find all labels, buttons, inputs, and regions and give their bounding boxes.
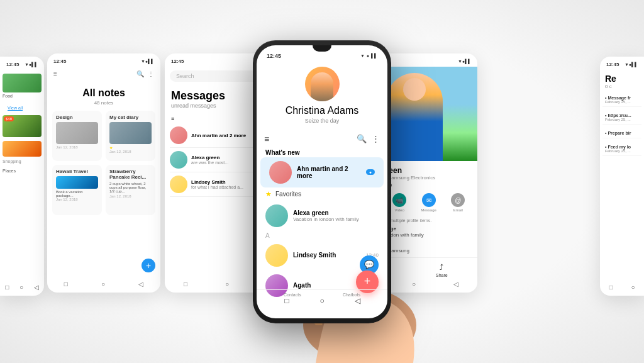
nav-recents-main[interactable]: □ (280, 294, 293, 307)
notes-title: All notes (47, 81, 160, 100)
main-menu-icon[interactable]: ≡ (264, 134, 269, 144)
notes-search-icon[interactable]: 🔍 (136, 70, 144, 77)
nav-home-profile[interactable]: ○ (412, 281, 416, 288)
msg-avatar-1 (269, 161, 292, 184)
view-all-button[interactable]: View all (5, 104, 25, 111)
nav-home-notes[interactable]: ○ (101, 281, 105, 288)
favorites-row: ★ Favorites (257, 187, 387, 201)
section-letter-a: A (257, 231, 387, 240)
notes-fab[interactable]: + (142, 259, 155, 272)
star-icon: ★ (265, 190, 272, 198)
phone-screen: 12:45 ▼ ● ▌▌ Christina Adams Seize the d… (257, 45, 387, 318)
fr-item-3: • Prepare bir (602, 128, 641, 138)
main-phone: 12:45 ▼ ● ▌▌ Christina Adams Seize the d… (253, 40, 391, 323)
nav-back-notes[interactable]: ◁ (138, 281, 143, 288)
note-pancake[interactable]: Strawberry Pancake Reci... 2 cups white … (106, 165, 155, 215)
nav-recents-msg-left[interactable]: □ (184, 281, 187, 288)
nav-recents-notes[interactable]: □ (64, 281, 68, 288)
msg-avatar-3 (265, 244, 288, 267)
main-msg-1[interactable]: Ahn martin and 2 more ● (260, 157, 384, 187)
card-far-left: 12:45 ▼●▌▌ Food View all $48 Shopping Pl… (0, 57, 44, 296)
main-search-icon[interactable]: 🔍 (357, 134, 367, 143)
notes-menu-icon[interactable]: ≡ (53, 70, 57, 77)
far-right-title: Re (600, 70, 644, 84)
nav-home-msg-left[interactable]: ○ (225, 281, 229, 288)
phone-nav: □ ○ ◁ (257, 292, 387, 310)
contact-name: Christina Adams (286, 105, 359, 116)
card-far-right: 12:45 ▼●▌▌ Re 0 c • Message fr February … (600, 57, 644, 296)
favorites-label: Favorites (275, 191, 301, 198)
fl-food-label: Food (3, 94, 42, 98)
nav-home-fr[interactable]: ○ (631, 284, 635, 291)
nav-recents-left[interactable]: □ (5, 284, 9, 291)
email-button[interactable]: @ Email (451, 193, 465, 212)
msg-avatar-2 (265, 204, 288, 227)
phone-time: 12:45 (267, 53, 281, 59)
video-button[interactable]: 📹 Video (392, 193, 406, 212)
phone-status-icons: ▼ ● ▌▌ (360, 53, 377, 58)
contact-header: Christina Adams Seize the day (257, 62, 387, 131)
nav-back-main[interactable]: ◁ (351, 294, 364, 307)
main-toolbar: ≡ 🔍 ⋮ (257, 131, 387, 147)
share-button[interactable]: ⤴ Share (436, 263, 448, 277)
fr-item-4: • Feed my lo February 25, ... (602, 142, 641, 156)
phone-shell: 12:45 ▼ ● ▌▌ Christina Adams Seize the d… (253, 40, 391, 323)
contact-avatar (305, 67, 340, 101)
notes-more-icon[interactable]: ⋮ (148, 70, 154, 77)
note-hawaii[interactable]: Hawaii Travel Book a vacation package...… (52, 165, 102, 215)
card-notes: 12:45 ▼●▌▌ ≡ 🔍 ⋮ All notes 48 notes Desi… (47, 53, 160, 293)
nav-recents-fr[interactable]: □ (609, 284, 613, 291)
main-msg-2[interactable]: Alexa green Vacation in london with fami… (257, 201, 387, 231)
notes-subtitle: 48 notes (47, 100, 160, 106)
fr-item-1: • Message fr February 25, ... (602, 93, 641, 107)
whats-new-label: What's new (257, 147, 387, 157)
note-cat-diary[interactable]: My cat diary ★ Jan 12, 2018 (106, 111, 155, 161)
nav-back-left[interactable]: ◁ (34, 284, 39, 291)
nav-back-profile[interactable]: ◁ (453, 281, 458, 288)
note-design[interactable]: Design Jan 12, 2018 (52, 111, 102, 161)
fr-item-2: • https://su... February 25, ... (602, 111, 641, 125)
nav-home-main[interactable]: ○ (316, 294, 328, 307)
contact-subtitle: Seize the day (305, 118, 340, 124)
nav-home-left[interactable]: ○ (19, 284, 23, 291)
message-button[interactable]: ✉ Message (421, 193, 436, 212)
notes-grid: Design Jan 12, 2018 My cat diary ★ Jan 1… (47, 111, 160, 215)
main-more-icon[interactable]: ⋮ (372, 134, 380, 143)
